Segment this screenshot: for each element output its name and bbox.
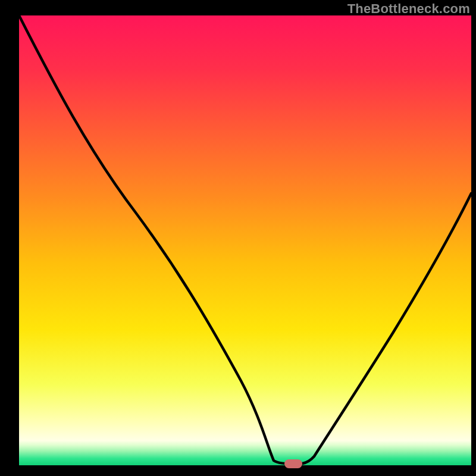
chart-container: TheBottleneck.com [0, 0, 476, 476]
plot-area [19, 15, 471, 465]
target-marker [284, 459, 302, 468]
bottleneck-chart [0, 0, 476, 476]
watermark-text: TheBottleneck.com [347, 1, 470, 17]
